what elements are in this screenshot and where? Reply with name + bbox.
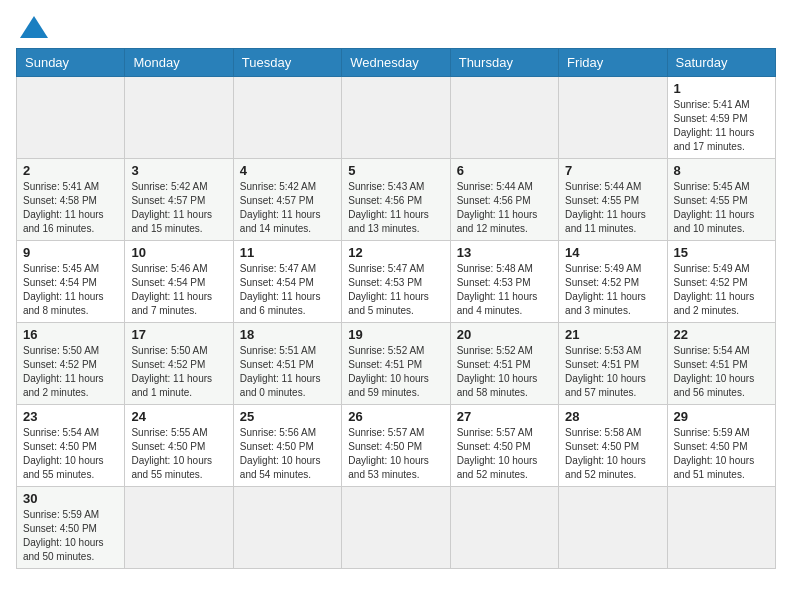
calendar-cell: 19Sunrise: 5:52 AM Sunset: 4:51 PM Dayli… — [342, 323, 450, 405]
day-number: 1 — [674, 81, 769, 96]
day-info: Sunrise: 5:42 AM Sunset: 4:57 PM Dayligh… — [240, 180, 335, 236]
calendar-cell: 10Sunrise: 5:46 AM Sunset: 4:54 PM Dayli… — [125, 241, 233, 323]
svg-marker-0 — [20, 16, 48, 38]
calendar-cell: 11Sunrise: 5:47 AM Sunset: 4:54 PM Dayli… — [233, 241, 341, 323]
day-info: Sunrise: 5:58 AM Sunset: 4:50 PM Dayligh… — [565, 426, 660, 482]
day-info: Sunrise: 5:56 AM Sunset: 4:50 PM Dayligh… — [240, 426, 335, 482]
calendar-cell — [559, 77, 667, 159]
day-number: 11 — [240, 245, 335, 260]
day-info: Sunrise: 5:54 AM Sunset: 4:51 PM Dayligh… — [674, 344, 769, 400]
calendar-row: 16Sunrise: 5:50 AM Sunset: 4:52 PM Dayli… — [17, 323, 776, 405]
day-number: 2 — [23, 163, 118, 178]
day-number: 3 — [131, 163, 226, 178]
calendar-cell — [125, 77, 233, 159]
day-info: Sunrise: 5:44 AM Sunset: 4:56 PM Dayligh… — [457, 180, 552, 236]
weekday-header-sunday: Sunday — [17, 49, 125, 77]
day-number: 27 — [457, 409, 552, 424]
calendar-cell: 3Sunrise: 5:42 AM Sunset: 4:57 PM Daylig… — [125, 159, 233, 241]
day-number: 22 — [674, 327, 769, 342]
logo — [16, 16, 48, 40]
calendar-cell — [559, 487, 667, 569]
calendar-cell: 29Sunrise: 5:59 AM Sunset: 4:50 PM Dayli… — [667, 405, 775, 487]
day-number: 4 — [240, 163, 335, 178]
calendar-cell — [233, 487, 341, 569]
day-info: Sunrise: 5:46 AM Sunset: 4:54 PM Dayligh… — [131, 262, 226, 318]
day-info: Sunrise: 5:57 AM Sunset: 4:50 PM Dayligh… — [348, 426, 443, 482]
calendar-cell — [450, 77, 558, 159]
calendar-row: 30Sunrise: 5:59 AM Sunset: 4:50 PM Dayli… — [17, 487, 776, 569]
day-info: Sunrise: 5:52 AM Sunset: 4:51 PM Dayligh… — [348, 344, 443, 400]
day-number: 9 — [23, 245, 118, 260]
calendar-cell: 17Sunrise: 5:50 AM Sunset: 4:52 PM Dayli… — [125, 323, 233, 405]
calendar-table: SundayMondayTuesdayWednesdayThursdayFrid… — [16, 48, 776, 569]
day-info: Sunrise: 5:45 AM Sunset: 4:55 PM Dayligh… — [674, 180, 769, 236]
day-info: Sunrise: 5:52 AM Sunset: 4:51 PM Dayligh… — [457, 344, 552, 400]
calendar-cell: 8Sunrise: 5:45 AM Sunset: 4:55 PM Daylig… — [667, 159, 775, 241]
day-info: Sunrise: 5:49 AM Sunset: 4:52 PM Dayligh… — [674, 262, 769, 318]
calendar-row: 23Sunrise: 5:54 AM Sunset: 4:50 PM Dayli… — [17, 405, 776, 487]
day-info: Sunrise: 5:49 AM Sunset: 4:52 PM Dayligh… — [565, 262, 660, 318]
calendar-cell: 20Sunrise: 5:52 AM Sunset: 4:51 PM Dayli… — [450, 323, 558, 405]
day-info: Sunrise: 5:57 AM Sunset: 4:50 PM Dayligh… — [457, 426, 552, 482]
day-info: Sunrise: 5:50 AM Sunset: 4:52 PM Dayligh… — [131, 344, 226, 400]
day-number: 25 — [240, 409, 335, 424]
weekday-header-friday: Friday — [559, 49, 667, 77]
calendar-cell: 16Sunrise: 5:50 AM Sunset: 4:52 PM Dayli… — [17, 323, 125, 405]
calendar-cell: 5Sunrise: 5:43 AM Sunset: 4:56 PM Daylig… — [342, 159, 450, 241]
calendar-row: 9Sunrise: 5:45 AM Sunset: 4:54 PM Daylig… — [17, 241, 776, 323]
day-number: 26 — [348, 409, 443, 424]
calendar-cell — [342, 77, 450, 159]
calendar-cell: 1Sunrise: 5:41 AM Sunset: 4:59 PM Daylig… — [667, 77, 775, 159]
weekday-header-saturday: Saturday — [667, 49, 775, 77]
calendar-row: 1Sunrise: 5:41 AM Sunset: 4:59 PM Daylig… — [17, 77, 776, 159]
calendar-cell: 22Sunrise: 5:54 AM Sunset: 4:51 PM Dayli… — [667, 323, 775, 405]
weekday-header-wednesday: Wednesday — [342, 49, 450, 77]
day-number: 7 — [565, 163, 660, 178]
calendar-cell — [667, 487, 775, 569]
calendar-cell: 7Sunrise: 5:44 AM Sunset: 4:55 PM Daylig… — [559, 159, 667, 241]
day-info: Sunrise: 5:53 AM Sunset: 4:51 PM Dayligh… — [565, 344, 660, 400]
day-number: 12 — [348, 245, 443, 260]
day-number: 18 — [240, 327, 335, 342]
day-number: 14 — [565, 245, 660, 260]
calendar-cell: 4Sunrise: 5:42 AM Sunset: 4:57 PM Daylig… — [233, 159, 341, 241]
calendar-cell: 15Sunrise: 5:49 AM Sunset: 4:52 PM Dayli… — [667, 241, 775, 323]
day-number: 28 — [565, 409, 660, 424]
calendar-cell: 27Sunrise: 5:57 AM Sunset: 4:50 PM Dayli… — [450, 405, 558, 487]
calendar-cell: 28Sunrise: 5:58 AM Sunset: 4:50 PM Dayli… — [559, 405, 667, 487]
calendar-cell: 13Sunrise: 5:48 AM Sunset: 4:53 PM Dayli… — [450, 241, 558, 323]
day-info: Sunrise: 5:54 AM Sunset: 4:50 PM Dayligh… — [23, 426, 118, 482]
day-number: 13 — [457, 245, 552, 260]
day-info: Sunrise: 5:45 AM Sunset: 4:54 PM Dayligh… — [23, 262, 118, 318]
day-number: 24 — [131, 409, 226, 424]
calendar-cell: 21Sunrise: 5:53 AM Sunset: 4:51 PM Dayli… — [559, 323, 667, 405]
day-number: 30 — [23, 491, 118, 506]
calendar-cell: 12Sunrise: 5:47 AM Sunset: 4:53 PM Dayli… — [342, 241, 450, 323]
calendar-cell — [342, 487, 450, 569]
calendar-cell: 9Sunrise: 5:45 AM Sunset: 4:54 PM Daylig… — [17, 241, 125, 323]
calendar-cell — [17, 77, 125, 159]
calendar-cell: 14Sunrise: 5:49 AM Sunset: 4:52 PM Dayli… — [559, 241, 667, 323]
day-number: 10 — [131, 245, 226, 260]
calendar-cell — [125, 487, 233, 569]
calendar-cell: 26Sunrise: 5:57 AM Sunset: 4:50 PM Dayli… — [342, 405, 450, 487]
day-info: Sunrise: 5:47 AM Sunset: 4:53 PM Dayligh… — [348, 262, 443, 318]
day-info: Sunrise: 5:41 AM Sunset: 4:58 PM Dayligh… — [23, 180, 118, 236]
weekday-header-thursday: Thursday — [450, 49, 558, 77]
day-info: Sunrise: 5:55 AM Sunset: 4:50 PM Dayligh… — [131, 426, 226, 482]
day-number: 15 — [674, 245, 769, 260]
weekday-header-tuesday: Tuesday — [233, 49, 341, 77]
day-info: Sunrise: 5:59 AM Sunset: 4:50 PM Dayligh… — [23, 508, 118, 564]
day-info: Sunrise: 5:48 AM Sunset: 4:53 PM Dayligh… — [457, 262, 552, 318]
day-number: 6 — [457, 163, 552, 178]
day-info: Sunrise: 5:50 AM Sunset: 4:52 PM Dayligh… — [23, 344, 118, 400]
calendar-cell: 24Sunrise: 5:55 AM Sunset: 4:50 PM Dayli… — [125, 405, 233, 487]
day-number: 29 — [674, 409, 769, 424]
day-number: 19 — [348, 327, 443, 342]
day-number: 20 — [457, 327, 552, 342]
calendar-cell: 6Sunrise: 5:44 AM Sunset: 4:56 PM Daylig… — [450, 159, 558, 241]
calendar-cell: 30Sunrise: 5:59 AM Sunset: 4:50 PM Dayli… — [17, 487, 125, 569]
calendar-cell: 18Sunrise: 5:51 AM Sunset: 4:51 PM Dayli… — [233, 323, 341, 405]
calendar-row: 2Sunrise: 5:41 AM Sunset: 4:58 PM Daylig… — [17, 159, 776, 241]
logo-icon — [20, 16, 48, 38]
